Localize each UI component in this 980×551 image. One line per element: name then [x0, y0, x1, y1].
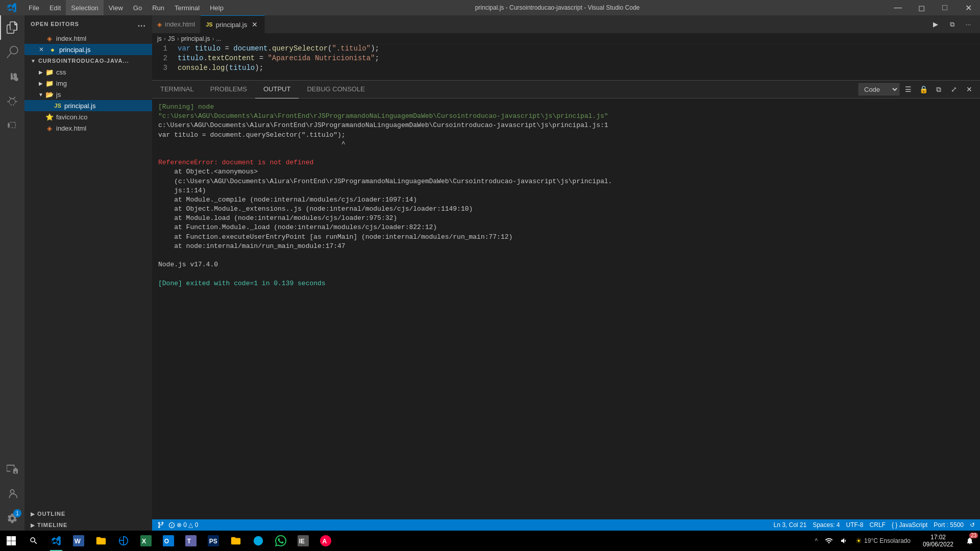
show-hidden-icons[interactable]: ^: [813, 531, 820, 551]
file-index-html[interactable]: ◈ index.html: [24, 122, 152, 134]
split-editor-button[interactable]: ⧉: [945, 18, 959, 31]
output-channel-select[interactable]: Code npm bash: [859, 83, 899, 95]
activity-run-debug[interactable]: [0, 89, 24, 113]
encoding[interactable]: UTF-8: [846, 521, 864, 529]
activity-source-control[interactable]: [0, 64, 24, 89]
taskbar-vscode[interactable]: [45, 531, 67, 551]
tab-output[interactable]: OUTPUT: [255, 81, 299, 98]
taskbar-teams[interactable]: T: [180, 531, 202, 551]
activity-accounts[interactable]: [0, 482, 24, 506]
outline-header[interactable]: ▶ OUTLINE: [24, 508, 152, 519]
editor-area: ◈ index.html JS principal.js ✕ ▶ ⧉ ··· j…: [152, 15, 980, 531]
maximize-button[interactable]: □: [933, 0, 957, 15]
taskbar-app13[interactable]: IE: [292, 531, 314, 551]
breadcrumb-JS[interactable]: JS: [168, 35, 175, 42]
menu-edit[interactable]: Edit: [44, 0, 66, 15]
term-line-blank3: [158, 269, 974, 279]
activity-settings[interactable]: 1: [0, 506, 24, 531]
term-line-at6: at Function.Module._load (node:internal/…: [158, 223, 974, 232]
network-icon[interactable]: [823, 531, 835, 551]
menu-selection[interactable]: Selection: [66, 0, 103, 15]
activity-search[interactable]: [0, 40, 24, 64]
term-line-at2b: js:1:14): [158, 186, 974, 195]
breadcrumb-principal-js[interactable]: principal.js: [181, 35, 210, 42]
timeline-section: ▶ TIMELINE: [24, 519, 152, 531]
close-button[interactable]: ✕: [957, 0, 980, 15]
clock-time: 17:02: [930, 534, 946, 541]
taskbar-edge[interactable]: [112, 531, 135, 551]
file-principal-js[interactable]: JS principal.js: [24, 100, 152, 111]
activity-remote[interactable]: [0, 457, 24, 482]
source-control-status[interactable]: [157, 521, 164, 529]
activity-extensions[interactable]: [0, 113, 24, 138]
status-bar-right: Ln 3, Col 21 Spaces: 4 UTF-8 CRLF { } Ja…: [773, 521, 975, 529]
errors-warnings[interactable]: ⊗ 0 △ 0: [168, 521, 198, 529]
taskbar-app14[interactable]: A: [314, 531, 337, 551]
taskbar-whatsapp[interactable]: [270, 531, 292, 551]
run-button[interactable]: ▶: [929, 18, 942, 31]
term-line-running: [Running] node: [158, 103, 974, 112]
code-editor[interactable]: 1 var titulo = document.querySelector(".…: [152, 44, 980, 80]
restore-button[interactable]: ◻: [910, 0, 933, 15]
taskbar-powershell[interactable]: PS: [202, 531, 225, 551]
file-favicon-ico[interactable]: ⭐ favicon.ico: [24, 111, 152, 122]
svg-text:IE: IE: [299, 538, 305, 545]
tab-close-button[interactable]: ✕: [250, 20, 259, 29]
live-server-port[interactable]: Port : 5500: [934, 521, 964, 529]
explorer-section-header[interactable]: ▼ CURSOINTRODUCAO-JAVA...: [24, 55, 152, 66]
indentation[interactable]: Spaces: 4: [813, 521, 840, 529]
minimize-button[interactable]: —: [886, 0, 910, 15]
tab-debug-console[interactable]: DEBUG CONSOLE: [299, 81, 373, 98]
sync-icon[interactable]: ↺: [970, 521, 975, 529]
menu-file[interactable]: File: [23, 0, 44, 15]
close-modified-icon[interactable]: ✕: [37, 45, 46, 54]
open-editor-index-html[interactable]: ◈ index.html: [24, 33, 152, 44]
menu-run[interactable]: Run: [147, 0, 169, 15]
weather-display[interactable]: ☀ 19°C Ensolarado: [853, 531, 913, 551]
tab-principal-js[interactable]: JS principal.js ✕: [201, 15, 265, 33]
system-tray: ^ ☀ 19°C Ensolarado: [808, 531, 917, 551]
titlebar: File Edit Selection View Go Run Terminal…: [0, 0, 980, 15]
tab-index-html[interactable]: ◈ index.html: [152, 15, 201, 33]
svg-text:W: W: [75, 537, 81, 545]
open-editor-principal-js[interactable]: ✕ ● principal.js: [24, 44, 152, 55]
open-editors-more[interactable]: ...: [138, 19, 146, 29]
taskbar-word[interactable]: W: [67, 531, 90, 551]
menu-help[interactable]: Help: [205, 0, 229, 15]
breadcrumb-dots[interactable]: ...: [216, 35, 221, 42]
start-button[interactable]: [0, 531, 22, 551]
breadcrumb-js[interactable]: js: [157, 35, 162, 42]
taskbar-excel[interactable]: X: [135, 531, 157, 551]
taskbar-saber[interactable]: [247, 531, 270, 551]
menu-view[interactable]: View: [104, 0, 128, 15]
clock-display[interactable]: 17:02 09/06/2022: [917, 531, 960, 551]
term-line-file: c:\Users\AGU\Documents\Alura\FrontEnd\rJ…: [158, 121, 974, 130]
line-ending[interactable]: CRLF: [870, 521, 886, 529]
clear-output-button[interactable]: ☰: [901, 83, 915, 96]
tab-terminal[interactable]: TERMINAL: [152, 81, 202, 98]
window-controls: — ◻ □ ✕: [886, 0, 980, 15]
copy-output-button[interactable]: ⧉: [932, 83, 945, 96]
folder-img[interactable]: ▶ 📁 img: [24, 78, 152, 89]
menu-terminal[interactable]: Terminal: [169, 0, 205, 15]
panel-maximize-button[interactable]: ⤢: [947, 83, 961, 96]
language-mode[interactable]: { } JavaScript: [892, 521, 927, 529]
terminal-output[interactable]: [Running] node "c:\Users\AGU\Documents\A…: [152, 98, 980, 519]
timeline-header[interactable]: ▶ TIMELINE: [24, 519, 152, 531]
tab-problems[interactable]: PROBLEMS: [202, 81, 255, 98]
taskbar-files[interactable]: [90, 531, 112, 551]
lock-output-button[interactable]: 🔒: [917, 83, 930, 96]
more-actions-button[interactable]: ···: [962, 18, 975, 31]
folder-css[interactable]: ▶ 📁 css: [24, 66, 152, 78]
notification-icon[interactable]: 23: [960, 531, 980, 551]
folder-js[interactable]: ▼ 📂 js: [24, 89, 152, 100]
open-editors-header[interactable]: OPEN EDITORS ...: [24, 15, 152, 33]
sound-icon[interactable]: [838, 531, 850, 551]
taskbar-outlook[interactable]: O: [157, 531, 180, 551]
taskbar-search[interactable]: [22, 531, 45, 551]
close-panel-button[interactable]: ✕: [963, 83, 976, 96]
activity-explorer[interactable]: [0, 15, 24, 40]
cursor-position[interactable]: Ln 3, Col 21: [773, 521, 806, 529]
taskbar-filemanager[interactable]: [225, 531, 247, 551]
menu-go[interactable]: Go: [128, 0, 147, 15]
